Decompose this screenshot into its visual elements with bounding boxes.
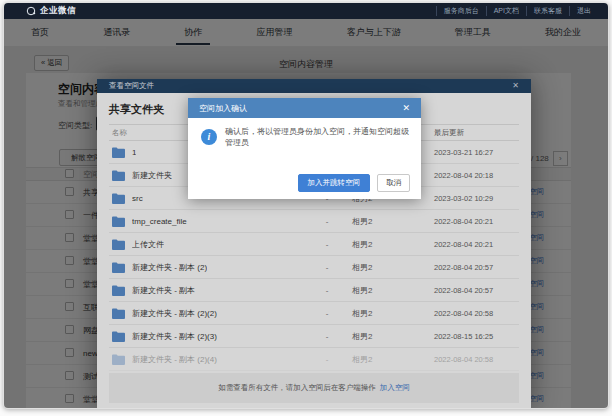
confirm-buttons: 加入并跳转空间 取消: [298, 174, 411, 192]
topbar-link[interactable]: 服务商后台: [436, 6, 486, 16]
topbar: 企业微信 服务商后台API文档联系客服退出: [4, 3, 608, 19]
brand-name: 企业微信: [40, 5, 76, 17]
confirm-message: 确认后，将以管理员身份加入空间，并通知空间超级管理员: [225, 127, 410, 148]
topbar-links: 服务商后台API文档联系客服退出: [436, 6, 598, 16]
wecom-logo-icon: [26, 6, 36, 16]
join-and-jump-button[interactable]: 加入并跳转空间: [298, 174, 371, 192]
confirm-modal-close-icon[interactable]: ✕: [402, 103, 410, 113]
topbar-link[interactable]: 退出: [569, 6, 598, 16]
confirm-modal-body: i 确认后，将以管理员身份加入空间，并通知空间超级管理员 加入并跳转空间 取消: [188, 118, 421, 199]
space-join-confirm-modal: 空间加入确认 ✕ i 确认后，将以管理员身份加入空间，并通知空间超级管理员 加入…: [188, 98, 421, 199]
topbar-link[interactable]: 联系客服: [526, 6, 569, 16]
confirm-modal-title: 空间加入确认: [199, 103, 247, 114]
confirm-modal-header: 空间加入确认 ✕: [188, 98, 421, 118]
info-icon: i: [201, 129, 217, 145]
confirm-overlay: [4, 19, 608, 409]
topbar-link[interactable]: API文档: [486, 6, 526, 16]
brand[interactable]: 企业微信: [26, 5, 76, 17]
cancel-button[interactable]: 取消: [377, 174, 410, 192]
app-window: 企业微信 服务商后台API文档联系客服退出 首页通讯录协作应用管理客户与上下游管…: [3, 2, 609, 409]
